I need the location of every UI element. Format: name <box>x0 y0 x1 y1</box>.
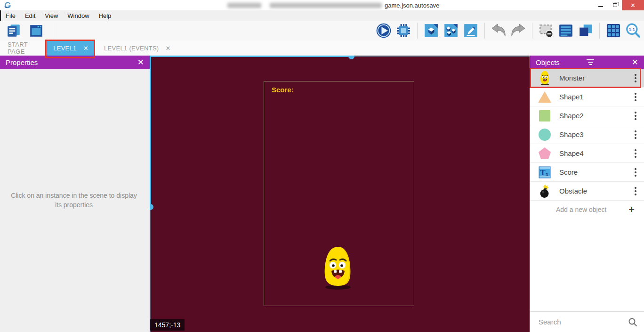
undo-button[interactable] <box>491 23 507 39</box>
properties-panel-header: Properties ✕ <box>0 56 150 69</box>
grid-icon <box>606 23 621 38</box>
vertical-scrollbar[interactable] <box>150 56 151 207</box>
debug-button[interactable] <box>395 23 411 39</box>
object-row-shape2[interactable]: Shape2 <box>530 106 644 125</box>
circle-thumbnail <box>530 128 559 141</box>
object-groups-button[interactable] <box>443 23 459 39</box>
toolbar-separator <box>417 23 418 39</box>
menu-file[interactable]: File <box>1 10 20 21</box>
plus-icon[interactable]: + <box>628 204 635 215</box>
bomb-thumbnail <box>530 184 559 198</box>
object-row-shape4[interactable]: Shape4 <box>530 144 644 163</box>
monster-sprite <box>320 246 356 290</box>
gdevelop-window: game.json.autosave ✕ File Edit View Wind… <box>0 0 644 332</box>
monster-thumbnail <box>530 71 559 85</box>
title-bar: game.json.autosave ✕ <box>0 0 644 10</box>
object-search-bar <box>530 311 644 332</box>
close-panel-icon[interactable]: ✕ <box>632 57 638 67</box>
main-area: Properties ✕ Click on an instance in the… <box>0 56 644 332</box>
restore-button[interactable] <box>608 0 622 10</box>
svg-text:x: x <box>546 171 548 177</box>
pentagon-thumbnail <box>530 147 559 160</box>
menu-view[interactable]: View <box>40 10 63 21</box>
object-menu-dots-icon[interactable] <box>635 74 636 82</box>
play-icon <box>376 23 392 39</box>
redo-icon <box>510 24 526 38</box>
menu-bar: File Edit View Window Help <box>0 10 644 21</box>
vertical-scrollbar-thumb[interactable] <box>150 204 153 210</box>
project-manager-button[interactable] <box>6 23 22 39</box>
close-button[interactable]: ✕ <box>622 0 644 10</box>
close-tab-icon[interactable]: ✕ <box>166 45 171 52</box>
edit-scene-properties-button[interactable] <box>463 23 479 39</box>
cursor-coordinates-badge: 1457;-13 <box>150 319 185 331</box>
svg-text:T: T <box>540 168 546 177</box>
add-object-row[interactable]: Add a new object + <box>530 201 644 218</box>
object-menu-dots-icon[interactable] <box>635 93 636 101</box>
zoom-original-button[interactable]: 1:1 <box>625 23 641 39</box>
restore-icon <box>613 3 617 7</box>
object-menu-dots-icon[interactable] <box>635 168 636 177</box>
menu-edit[interactable]: Edit <box>20 10 40 21</box>
tab-level1[interactable]: LEVEL1 ✕ <box>47 40 95 56</box>
redacted-path-block <box>270 3 382 8</box>
minimize-icon <box>598 6 603 7</box>
object-groups-icon <box>443 23 459 38</box>
start-page-icon <box>29 23 44 38</box>
undo-icon <box>491 24 507 38</box>
deselect-icon <box>539 23 554 38</box>
svg-text:1:1: 1:1 <box>629 27 635 32</box>
layers-icon <box>578 23 593 38</box>
window-title-suffix: game.json.autosave <box>385 2 439 9</box>
properties-panel: Properties ✕ Click on an instance in the… <box>0 56 150 332</box>
score-text-object[interactable]: Score: <box>272 86 294 94</box>
objects-editor-button[interactable] <box>423 23 439 39</box>
horizontal-scrollbar-thumb[interactable] <box>348 56 354 59</box>
redacted-text-block <box>227 3 261 8</box>
instances-list-button[interactable] <box>558 23 574 39</box>
filter-icon[interactable] <box>587 59 594 65</box>
redo-button[interactable] <box>510 23 526 39</box>
horizontal-scrollbar-track[interactable] <box>352 56 530 57</box>
clear-selection-button[interactable] <box>538 23 554 39</box>
object-menu-dots-icon[interactable] <box>635 112 636 120</box>
minimize-button[interactable] <box>594 0 608 10</box>
layers-button[interactable] <box>578 23 594 39</box>
object-row-monster[interactable]: Monster <box>530 69 644 88</box>
window-title: game.json.autosave <box>227 0 439 10</box>
close-tab-icon[interactable]: ✕ <box>83 45 89 52</box>
toolbar: 1:1 <box>0 21 644 40</box>
vertical-scrollbar-track[interactable] <box>150 207 151 332</box>
object-menu-dots-icon[interactable] <box>635 187 636 195</box>
edit-scene-icon <box>463 23 478 38</box>
toggle-grid-button[interactable] <box>605 23 621 39</box>
horizontal-scrollbar[interactable] <box>150 56 352 57</box>
objects-panel-title: Objects <box>536 58 560 66</box>
search-input[interactable] <box>539 318 619 326</box>
gdevelop-logo-icon <box>4 1 12 9</box>
tab-start-page[interactable]: START PAGE <box>0 40 45 56</box>
tab-level1-events[interactable]: LEVEL1 (EVENTS) ✕ <box>97 40 178 56</box>
object-row-shape1[interactable]: Shape1 <box>530 88 644 106</box>
text-object-thumbnail: T x <box>530 166 559 178</box>
menu-help[interactable]: Help <box>94 10 116 21</box>
monster-instance[interactable] <box>320 246 356 292</box>
properties-panel-title: Properties <box>6 58 38 66</box>
object-menu-dots-icon[interactable] <box>635 149 636 158</box>
toolbar-separator <box>532 23 532 39</box>
scene-canvas[interactable]: Score: 1457;-13 <box>150 56 530 332</box>
object-row-score[interactable]: T x Score <box>530 163 644 182</box>
preview-play-button[interactable] <box>376 23 392 39</box>
close-panel-icon[interactable]: ✕ <box>137 57 144 67</box>
add-object-label: Add a new object <box>556 206 606 213</box>
object-row-shape3[interactable]: Shape3 <box>530 125 644 144</box>
project-manager-icon <box>6 23 21 38</box>
toolbar-separator <box>53 23 53 39</box>
object-menu-dots-icon[interactable] <box>635 130 636 139</box>
close-icon: ✕ <box>630 2 636 8</box>
object-row-obstacle[interactable]: Obstacle <box>530 182 644 201</box>
start-page-button[interactable] <box>28 23 44 39</box>
properties-empty-message: Click on an instance in the scene to dis… <box>9 191 138 210</box>
menu-window[interactable]: Window <box>63 10 94 21</box>
search-icon[interactable] <box>628 317 637 327</box>
